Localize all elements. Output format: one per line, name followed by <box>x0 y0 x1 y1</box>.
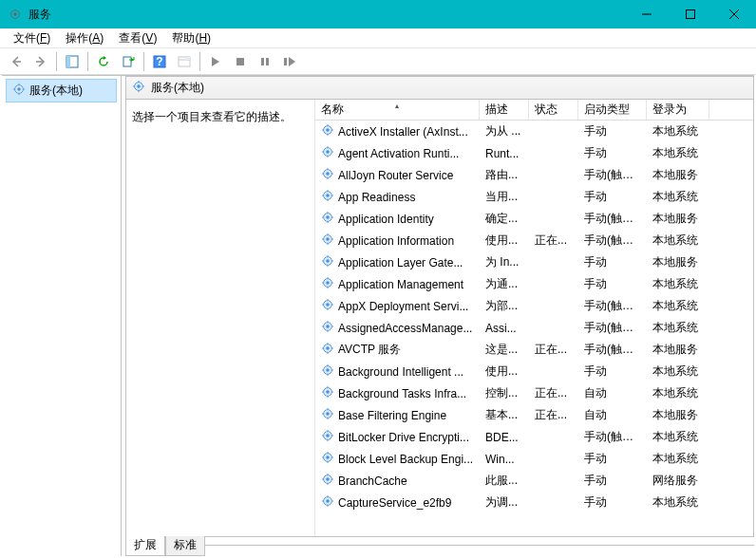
start-service-button[interactable] <box>204 50 227 73</box>
cell-startup-type: 自动 <box>578 385 647 401</box>
service-name: Background Intelligent ... <box>338 365 463 379</box>
cell-startup-type: 手动 <box>578 473 647 489</box>
svg-rect-15 <box>185 57 190 60</box>
svg-rect-19 <box>284 58 287 65</box>
table-row[interactable]: Base Filtering Engine基本...正在...自动本地服务 <box>315 404 753 426</box>
cell-description: Win... <box>480 453 529 466</box>
cell-description: 此服... <box>480 473 529 489</box>
list-header: ▴名称 描述 状态 启动类型 登录为 <box>315 100 753 121</box>
export-button[interactable] <box>117 50 140 73</box>
console-tree[interactable]: 服务(本地) <box>2 75 122 556</box>
restart-service-button[interactable] <box>278 50 301 73</box>
cell-description: 基本... <box>480 407 529 423</box>
gear-icon <box>321 429 334 445</box>
svg-rect-18 <box>266 58 269 65</box>
table-row[interactable]: BitLocker Drive Encrypti...BDE...手动(触发..… <box>315 426 753 448</box>
menu-file[interactable]: 文件(F) <box>6 28 58 48</box>
menu-view[interactable]: 查看(V) <box>111 28 164 48</box>
table-row[interactable]: AllJoyn Router Service路由...手动(触发...本地服务 <box>315 164 753 186</box>
table-row[interactable]: AssignedAccessManage...Assi...手动(触发...本地… <box>315 317 753 339</box>
cell-startup-type: 手动(触发... <box>578 342 647 358</box>
tab-extended[interactable]: 扩展 <box>125 536 165 556</box>
cell-name: Background Tasks Infra... <box>315 385 480 401</box>
cell-status: 正在... <box>529 385 578 401</box>
app-icon <box>8 7 23 22</box>
table-row[interactable]: Block Level Backup Engi...Win...手动本地系统 <box>315 448 753 470</box>
column-header-description[interactable]: 描述 <box>480 100 529 120</box>
table-row[interactable]: BranchCache此服...手动网络服务 <box>315 470 753 492</box>
svg-point-105 <box>326 390 330 394</box>
cell-description: 确定... <box>480 211 529 227</box>
pause-service-button[interactable] <box>254 50 276 73</box>
svg-rect-9 <box>66 56 70 67</box>
menu-action-label: 操作 <box>66 31 88 45</box>
cell-startup-type: 手动 <box>578 451 647 467</box>
cell-description: 为调... <box>480 494 529 511</box>
gear-icon <box>321 473 334 489</box>
gear-icon <box>12 83 26 99</box>
svg-point-39 <box>326 150 330 154</box>
cell-log-on-as: 本地系统 <box>647 232 709 249</box>
table-row[interactable]: Background Tasks Infra...控制...正在...自动本地系… <box>315 382 753 404</box>
back-button[interactable] <box>5 50 28 73</box>
cell-startup-type: 手动 <box>578 363 647 380</box>
menu-help[interactable]: 帮助(H) <box>164 28 218 48</box>
menu-action[interactable]: 操作(A) <box>58 28 111 48</box>
cell-status: 正在... <box>529 342 578 358</box>
cell-description: 为从 ... <box>480 123 529 140</box>
cell-log-on-as: 本地系统 <box>647 123 709 140</box>
minimize-button[interactable] <box>625 0 669 28</box>
svg-point-75 <box>326 281 330 285</box>
cell-name: Base Filtering Engine <box>315 407 480 423</box>
table-row[interactable]: Application Layer Gate...为 In...手动本地服务 <box>315 251 753 273</box>
column-header-name[interactable]: ▴名称 <box>315 100 480 120</box>
stop-service-button[interactable] <box>229 50 252 73</box>
cell-log-on-as: 本地系统 <box>647 429 709 445</box>
gear-icon <box>321 385 334 401</box>
gear-icon <box>321 211 334 227</box>
cell-log-on-as: 本地服务 <box>647 167 709 183</box>
close-button[interactable] <box>712 0 756 28</box>
table-row[interactable]: ActiveX Installer (AxInst...为从 ...手动本地系统 <box>315 121 753 142</box>
svg-point-87 <box>326 325 330 328</box>
tab-standard[interactable]: 标准 <box>165 536 205 556</box>
maximize-button[interactable] <box>669 0 712 28</box>
refresh-button[interactable] <box>92 50 115 73</box>
table-row[interactable]: App Readiness当用...手动本地系统 <box>315 186 753 208</box>
service-name: Base Filtering Engine <box>338 409 446 422</box>
table-row[interactable]: Agent Activation Runti...Runt...手动本地系统 <box>315 142 753 164</box>
service-name: AssignedAccessManage... <box>338 322 472 335</box>
service-list[interactable]: ▴名称 描述 状态 启动类型 登录为 ActiveX Installer (Ax… <box>314 100 753 536</box>
help-button[interactable]: ? <box>148 50 171 73</box>
table-row[interactable]: Background Intelligent ...使用...手动本地系统 <box>315 361 753 382</box>
cell-startup-type: 手动(触发... <box>578 429 647 445</box>
column-header-status[interactable]: 状态 <box>529 100 578 120</box>
cell-description: 使用... <box>480 232 529 249</box>
svg-point-51 <box>326 194 330 197</box>
table-row[interactable]: CaptureService_e2fb9为调...手动本地系统 <box>315 492 753 513</box>
svg-point-135 <box>326 499 330 503</box>
cell-status: 正在... <box>529 407 578 423</box>
cell-status: 正在... <box>529 232 578 249</box>
panel-body: 选择一个项目来查看它的描述。 ▴名称 描述 状态 启动类型 登录为 Active… <box>125 99 754 537</box>
title-bar: 服务 <box>0 0 756 28</box>
column-header-log-on-as[interactable]: 登录为 <box>647 100 709 120</box>
show-hide-tree-button[interactable] <box>61 50 84 73</box>
properties-button[interactable] <box>173 50 196 73</box>
tab-strip: 扩展 标准 <box>125 537 754 556</box>
table-row[interactable]: Application Information使用...正在...手动(触发..… <box>315 230 753 251</box>
gear-icon <box>321 494 334 511</box>
table-row[interactable]: Application Identity确定...手动(触发...本地服务 <box>315 208 753 230</box>
table-row[interactable]: Application Management为通...手动本地系统 <box>315 273 753 295</box>
cell-name: Background Intelligent ... <box>315 363 480 380</box>
cell-log-on-as: 本地系统 <box>647 385 709 401</box>
forward-button[interactable] <box>29 50 52 73</box>
column-header-startup-type[interactable]: 启动类型 <box>578 100 647 120</box>
list-body[interactable]: ActiveX Installer (AxInst...为从 ...手动本地系统… <box>315 121 753 536</box>
cell-name: App Readiness <box>315 189 480 205</box>
cell-description: 这是... <box>480 342 529 358</box>
cell-startup-type: 手动(触发... <box>578 320 647 336</box>
table-row[interactable]: AppX Deployment Servi...为部...手动(触发...本地系… <box>315 295 753 317</box>
table-row[interactable]: AVCTP 服务这是...正在...手动(触发...本地服务 <box>315 339 753 361</box>
tree-item-services-local[interactable]: 服务(本地) <box>6 79 117 102</box>
